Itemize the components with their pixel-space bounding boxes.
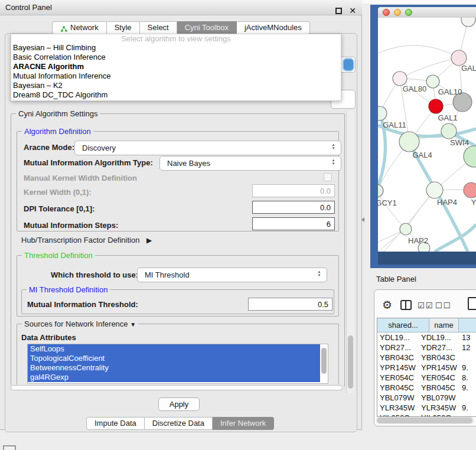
hub-definition-label: Hub/Transcription Factor Definition bbox=[21, 236, 139, 244]
close-traffic-light[interactable] bbox=[383, 9, 390, 16]
cell: YBR043C bbox=[421, 353, 459, 363]
tab-network[interactable]: Network bbox=[52, 21, 107, 34]
cell: YBR045C bbox=[377, 383, 421, 393]
list-item[interactable]: BetweennessCentrality bbox=[28, 363, 320, 373]
split-columns-icon[interactable] bbox=[400, 300, 412, 310]
dropdown-item[interactable]: Mutual Information Inference bbox=[11, 71, 341, 81]
list-item[interactable]: TopologicalCoefficient bbox=[28, 354, 320, 363]
table-row[interactable]: YDL19... YDL19... 13 bbox=[377, 332, 476, 343]
which-threshold-combo[interactable]: MI Threshold ▲▼ bbox=[137, 268, 327, 282]
table-hscrollbar[interactable] bbox=[376, 417, 474, 424]
node-label: HAP4 bbox=[437, 198, 457, 207]
bottom-tabbar: Impute Data Discretize Data Infer Networ… bbox=[86, 417, 274, 430]
dpi-tolerance-input[interactable] bbox=[252, 201, 335, 214]
collapsed-panel-button[interactable] bbox=[3, 445, 16, 450]
network-node-selected[interactable] bbox=[429, 99, 443, 113]
control-panel-title: Control Panel bbox=[5, 3, 52, 12]
tab-cyni-toolbox[interactable]: Cyni Toolbox bbox=[177, 21, 237, 34]
mi-steps-input[interactable] bbox=[252, 217, 335, 230]
network-node[interactable] bbox=[426, 182, 443, 198]
data-attributes-label: Data Attributes bbox=[21, 333, 76, 342]
spinner-arrows-icon: ▲▼ bbox=[330, 158, 337, 165]
network-window[interactable]: GAL GAL80 GAL10 GAL1 GAL11 SWI4 GAL4 GCY… bbox=[370, 5, 476, 268]
table-row[interactable]: YPR145W YPR145W 9. bbox=[377, 363, 476, 373]
table-row[interactable]: YBR045C YBR045C 9. bbox=[377, 383, 476, 393]
list-item[interactable]: gal4RGexp bbox=[28, 373, 320, 382]
network-graph[interactable]: GAL GAL80 GAL10 GAL1 GAL11 SWI4 GAL4 GCY… bbox=[378, 18, 476, 252]
node-label: GAL11 bbox=[383, 120, 406, 129]
column-header-partial[interactable] bbox=[459, 318, 476, 332]
settings-vscrollbar[interactable] bbox=[346, 111, 354, 393]
float-window-button[interactable] bbox=[335, 8, 342, 14]
network-node[interactable] bbox=[461, 18, 475, 27]
network-window-titlebar[interactable] bbox=[378, 7, 476, 18]
table-row[interactable]: YBL079W YBL079W bbox=[377, 393, 476, 403]
network-canvas[interactable]: GAL GAL80 GAL10 GAL1 GAL11 SWI4 GAL4 GCY… bbox=[378, 18, 476, 252]
node-table: shared... name YDL19... YDL19... 13 YDR2… bbox=[377, 318, 476, 417]
dropdown-item-selected[interactable]: ARACNE Algorithm bbox=[11, 62, 341, 71]
network-node[interactable] bbox=[378, 106, 387, 120]
export-table-icon[interactable] bbox=[468, 297, 476, 310]
mi-threshold-input[interactable] bbox=[248, 298, 332, 311]
network-node[interactable] bbox=[464, 182, 476, 198]
tab-impute-data[interactable]: Impute Data bbox=[86, 417, 145, 430]
node-label: Y bbox=[471, 198, 476, 207]
node-label: GAL bbox=[461, 64, 476, 73]
dropdown-item[interactable]: Bayesian – K2 bbox=[11, 81, 341, 90]
zoom-traffic-light[interactable] bbox=[405, 9, 412, 16]
column-header-shared-name[interactable]: shared... bbox=[377, 318, 429, 332]
network-node[interactable] bbox=[426, 75, 439, 88]
dropdown-item[interactable]: Bayesian – Hill Climbing bbox=[11, 43, 341, 53]
control-panel-titlebar: Control Panel bbox=[0, 0, 362, 15]
table-row[interactable]: YLR345W YLR345W 9. bbox=[377, 403, 476, 413]
cell: YPR145W bbox=[421, 363, 459, 373]
dropdown-item[interactable]: Dream8 DC_TDC Algorithm bbox=[11, 90, 341, 100]
tab-discretize-data[interactable]: Discretize Data bbox=[145, 417, 213, 430]
select-all-checkboxes-icon[interactable]: ☑☑ bbox=[418, 301, 433, 310]
table-row[interactable]: YIL052C YIL052C bbox=[377, 413, 476, 417]
aracne-mode-combo[interactable]: Discovery ▲▼ bbox=[74, 141, 341, 155]
settings-vscrollbar-thumb[interactable] bbox=[348, 335, 353, 389]
table-hscrollbar-thumb[interactable] bbox=[377, 418, 472, 423]
panel-splitter-handle[interactable] bbox=[361, 217, 364, 222]
table-panel-title: Table Panel bbox=[370, 270, 476, 288]
minimize-traffic-light[interactable] bbox=[394, 9, 401, 16]
cell: 12 bbox=[459, 343, 476, 353]
data-attributes-list[interactable]: SelfLoops TopologicalCoefficient Between… bbox=[27, 344, 328, 384]
table-row[interactable]: YBR043C YBR043C bbox=[377, 353, 476, 363]
aracne-mode-value: Discovery bbox=[82, 144, 116, 152]
table-row[interactable]: YDR27... YDR27... 12 bbox=[377, 343, 476, 353]
tab-select[interactable]: Select bbox=[140, 21, 177, 34]
settings-group-title: Cyni Algorithm Settings bbox=[16, 109, 100, 118]
deselect-all-checkboxes-icon[interactable]: ☐☐ bbox=[435, 301, 451, 310]
tab-jactivemnodules[interactable]: jActiveMNodules bbox=[237, 21, 310, 34]
manual-kernel-width-checkbox[interactable] bbox=[324, 173, 332, 181]
cell: YDR27... bbox=[377, 343, 421, 353]
close-icon[interactable]: ✕ bbox=[349, 5, 356, 16]
network-node[interactable] bbox=[393, 71, 407, 86]
list-item[interactable]: SelfLoops bbox=[28, 344, 320, 354]
kernel-width-input[interactable] bbox=[252, 184, 335, 197]
settings-hscrollbar-thumb[interactable] bbox=[11, 385, 343, 390]
tab-discretize-data-label: Discretize Data bbox=[152, 418, 204, 429]
mi-algorithm-type-combo[interactable]: Naive Bayes ▲▼ bbox=[159, 156, 341, 171]
network-node[interactable] bbox=[400, 223, 412, 235]
gear-icon[interactable]: ⚙ bbox=[382, 298, 392, 312]
threshold-definition-title: Threshold Definition bbox=[22, 251, 95, 260]
column-header-name[interactable]: name bbox=[429, 318, 459, 332]
expanded-arrow-icon[interactable]: ▼ bbox=[130, 321, 136, 328]
cell: 9. bbox=[459, 363, 476, 373]
dropdown-item[interactable]: Basic Correlation Inference bbox=[11, 53, 341, 62]
settings-hscrollbar[interactable] bbox=[9, 384, 345, 391]
table-row[interactable]: YER054C YER054C 8. bbox=[377, 373, 476, 383]
network-node[interactable] bbox=[441, 123, 457, 139]
apply-button[interactable]: Apply bbox=[158, 397, 200, 411]
network-node[interactable] bbox=[464, 146, 476, 167]
list-scrollbar-thumb[interactable] bbox=[321, 348, 327, 374]
tab-style[interactable]: Style bbox=[107, 21, 140, 34]
network-node[interactable] bbox=[399, 132, 419, 152]
network-node[interactable] bbox=[378, 184, 383, 197]
tab-infer-network[interactable]: Infer Network bbox=[213, 417, 274, 430]
node-label: GCY1 bbox=[378, 198, 397, 207]
hub-definition-toggle[interactable]: Hub/Transcription Factor Definition ▶ bbox=[21, 236, 152, 244]
